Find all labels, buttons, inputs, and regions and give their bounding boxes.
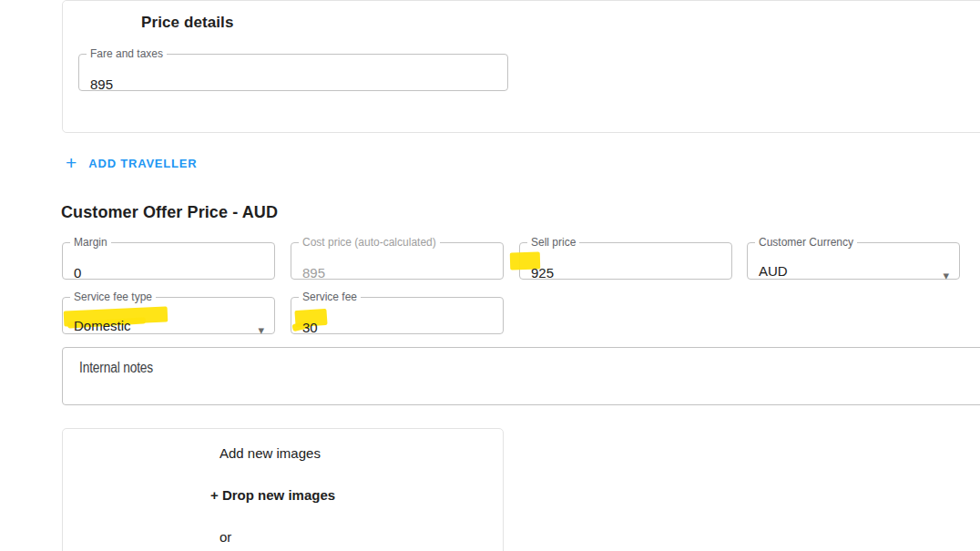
drop-new-images-label: + Drop new images: [210, 487, 335, 503]
dropdown-arrow-icon: ▾: [943, 270, 949, 281]
service-fee-type-select[interactable]: Domestic: [74, 318, 250, 336]
cost-price-label: Cost price (auto-calculated): [299, 237, 440, 249]
margin-field: Margin: [62, 237, 275, 280]
margin-label: Margin: [70, 237, 111, 249]
service-fee-label: Service fee: [299, 291, 361, 303]
images-dropzone-title: Add new images: [219, 445, 321, 461]
sell-price-label: Sell price: [527, 237, 579, 249]
customer-currency-select[interactable]: AUD: [759, 263, 935, 281]
add-traveller-label: ADD TRAVELLER: [88, 157, 197, 170]
or-label: or: [219, 529, 231, 545]
margin-input[interactable]: [74, 263, 250, 281]
customer-offer-title: Customer Offer Price - AUD: [61, 203, 278, 222]
dropdown-arrow-icon: ▾: [258, 324, 264, 336]
price-details-title: Price details: [141, 14, 233, 32]
fare-and-taxes-label: Fare and taxes: [87, 48, 167, 60]
price-details-card: Price details Fare and taxes: [62, 0, 980, 133]
sell-price-field: Sell price: [519, 237, 732, 280]
cost-price-input: [302, 263, 479, 281]
customer-currency-label: Customer Currency: [755, 237, 857, 249]
service-fee-type-label: Service fee type: [70, 291, 156, 303]
add-traveller-button[interactable]: + ADD TRAVELLER: [66, 154, 197, 172]
service-fee-input[interactable]: [302, 318, 479, 336]
fare-and-taxes-field: Fare and taxes: [78, 48, 508, 91]
sell-price-input[interactable]: [531, 263, 708, 281]
internal-notes-placeholder: Internal notes: [79, 360, 153, 376]
cost-price-field: Cost price (auto-calculated): [291, 237, 504, 280]
internal-notes-textarea[interactable]: Internal notes: [62, 347, 980, 405]
plus-icon: +: [66, 155, 77, 171]
customer-currency-field: Customer Currency AUD ▾: [747, 237, 960, 280]
images-dropzone[interactable]: Add new images + Drop new images or: [62, 428, 504, 551]
fare-and-taxes-input[interactable]: [90, 75, 484, 93]
